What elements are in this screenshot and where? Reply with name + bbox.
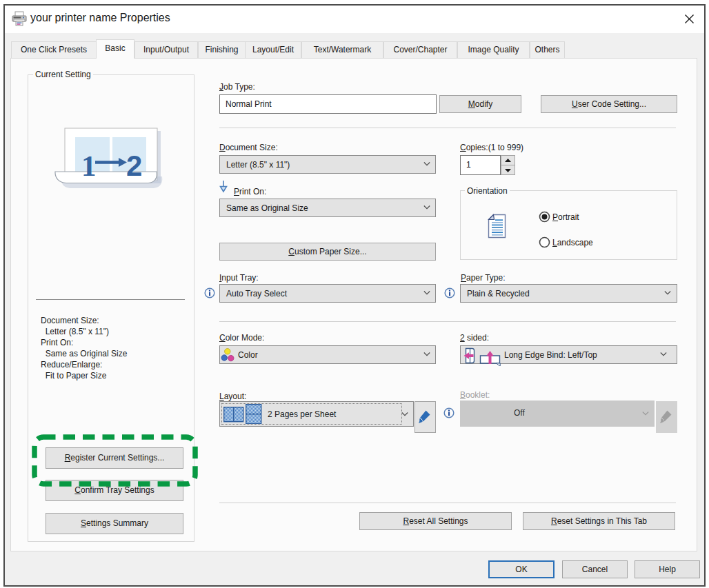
svg-text:2: 2: [126, 150, 142, 182]
svg-text:1: 1: [81, 150, 97, 182]
